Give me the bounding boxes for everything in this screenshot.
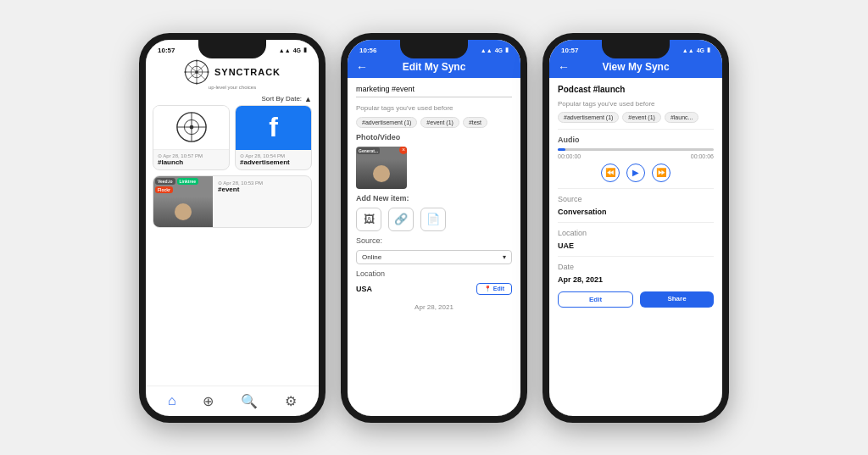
p3-footer: Edit Share: [558, 288, 714, 311]
battery-icon-3: ▮: [707, 47, 710, 53]
rewind-btn[interactable]: ⏪: [601, 164, 620, 182]
source-value-3: Conversation: [558, 208, 714, 216]
status-time-2: 10:56: [359, 47, 376, 54]
tag-chip-3[interactable]: #test: [463, 117, 487, 128]
add-link-btn[interactable]: 🔗: [388, 208, 414, 231]
badge-flockr: Flockr: [155, 186, 173, 193]
phone-home: 10:57 ▲▲ 4G ▮: [139, 33, 326, 423]
audio-bar-fill: [558, 148, 565, 151]
tag-chip-3-2[interactable]: #event (1): [622, 112, 661, 123]
card-date-fb: ⊙ Apr 28, 10:54 PM: [240, 153, 307, 158]
tag-chip-3-1[interactable]: #advertisement (1): [558, 112, 619, 123]
svg-point-8: [196, 82, 198, 84]
logo: SYNCTRACK: [184, 59, 281, 85]
status-right: ▲▲ 4G ▮: [279, 47, 307, 53]
status-right-3: ▲▲ 4G ▮: [682, 47, 710, 53]
date-label-3: Date: [558, 263, 714, 271]
phone-notch: [198, 40, 266, 58]
back-button-3[interactable]: ←: [558, 60, 570, 74]
app-header: SYNCTRACK up-level your choices: [146, 56, 319, 93]
signal-icon-3: ▲▲: [682, 47, 694, 53]
card3-badges: Veed.io Linktree Flockr: [155, 178, 213, 193]
tags-input[interactable]: marketing #event: [356, 85, 512, 97]
blue-header-3: ← View My Sync: [549, 56, 722, 78]
battery-icon-2: ▮: [505, 47, 509, 53]
location-pin-icon: 📍: [484, 286, 492, 292]
status-right-2: ▲▲ 4G ▮: [481, 47, 509, 53]
source-label: Source:: [356, 236, 512, 245]
fast-forward-btn[interactable]: ⏩: [652, 164, 670, 182]
svg-point-15: [189, 125, 193, 130]
card-tag-event: #event: [218, 186, 263, 193]
card-event[interactable]: Veed.io Linktree Flockr ⊙ Apr 28, 10:53 …: [153, 175, 312, 228]
post-title: Podcast #launch: [558, 85, 714, 94]
blue-header: ← Edit My Sync: [348, 56, 520, 78]
audio-label: Audio: [558, 136, 714, 144]
bottom-nav: ⌂ ⊕ 🔍 ⚙: [146, 386, 319, 416]
divider-3: [558, 222, 714, 223]
status-time-3: 10:57: [561, 47, 578, 54]
nav-home-icon[interactable]: ⌂: [168, 393, 176, 408]
status-time: 10:57: [158, 47, 175, 54]
audio-time-end: 00:00:06: [691, 153, 714, 159]
photo-video-preview[interactable]: Generat... ×: [356, 147, 407, 189]
person-head: [175, 203, 192, 220]
tag-chip-3-3[interactable]: #launc...: [665, 112, 698, 123]
source-value: Online: [362, 253, 381, 261]
card-tag-fb: #advertisement: [240, 158, 307, 166]
location-label: Location: [356, 269, 512, 278]
tag-chip-1[interactable]: #advertisement (1): [356, 117, 417, 128]
view-edit-btn[interactable]: Edit: [558, 291, 633, 308]
source-select[interactable]: Online ▾: [356, 250, 512, 264]
card-img-facebook: f: [236, 106, 311, 150]
nav-search-icon[interactable]: 🔍: [241, 393, 258, 409]
audio-progress-bar[interactable]: [558, 148, 714, 151]
logo-sub: up-level your choices: [209, 85, 256, 90]
date-footer: Apr 28, 2021: [356, 300, 512, 314]
source-label-3: Source: [558, 195, 714, 203]
audio-time-start: 00:00:00: [558, 153, 581, 159]
add-doc-btn[interactable]: 📄: [420, 208, 446, 231]
battery-icon: ▮: [303, 47, 307, 53]
tag-chip-2[interactable]: #event (1): [420, 117, 459, 128]
add-photo-btn[interactable]: 🖼: [356, 208, 381, 231]
card3-meta: ⊙ Apr 28, 10:53 PM #event: [213, 176, 268, 227]
card-img-synctrack: [153, 106, 229, 150]
card-synctrack[interactable]: ⊙ Apr 28, 10:57 PM #launch: [153, 105, 230, 170]
card-img-event: Veed.io Linktree Flockr: [153, 176, 213, 227]
nav-plus-icon[interactable]: ⊕: [203, 393, 214, 409]
synctrack-logo-icon: [184, 59, 209, 85]
tags-row-3: #advertisement (1) #event (1) #launc...: [558, 112, 714, 123]
divider-4: [558, 256, 714, 257]
card3-inner: Veed.io Linktree Flockr ⊙ Apr 28, 10:53 …: [153, 176, 311, 227]
tags-row: #advertisement (1) #event (1) #test: [356, 117, 512, 128]
facebook-icon: f: [269, 112, 278, 143]
card-meta-fb: ⊙ Apr 28, 10:54 PM #advertisement: [236, 150, 311, 169]
audio-times: 00:00:00 00:00:06: [558, 153, 714, 159]
card-synctrack-logo-icon: [175, 111, 208, 143]
pv-remove-icon[interactable]: ×: [399, 147, 407, 154]
card-date-event: ⊙ Apr 28, 10:53 PM: [218, 180, 263, 186]
phones-container: 10:57 ▲▲ 4G ▮: [139, 33, 729, 423]
card-tag: #launch: [158, 158, 225, 166]
svg-point-10: [207, 70, 209, 72]
sort-row[interactable]: Sort By Date: ▲: [146, 93, 319, 105]
preview-person-head: [373, 165, 390, 182]
view-share-btn[interactable]: Share: [640, 291, 714, 308]
svg-point-7: [196, 59, 198, 61]
svg-point-9: [184, 70, 186, 72]
location-value-3: UAE: [558, 241, 714, 250]
wifi-icon: 4G: [293, 47, 301, 53]
view-body: Podcast #launch Popular tags you've used…: [549, 78, 722, 416]
header-title: Edit My Sync: [403, 61, 466, 73]
nav-settings-icon[interactable]: ⚙: [285, 393, 297, 409]
back-button[interactable]: ←: [356, 60, 368, 74]
badge-veed: Veed.io: [155, 178, 175, 185]
card-facebook[interactable]: f ⊙ Apr 28, 10:54 PM #advertisement: [235, 105, 312, 170]
audio-controls: ⏪ ▶ ⏩: [558, 164, 714, 182]
location-edit-btn[interactable]: 📍 Edit: [476, 283, 512, 295]
signal-icon-2: ▲▲: [481, 47, 492, 53]
svg-point-6: [195, 70, 198, 74]
phone-edit: 10:56 ▲▲ 4G ▮ ← Edit My Sync marketing #…: [341, 33, 527, 423]
play-btn[interactable]: ▶: [626, 164, 645, 182]
